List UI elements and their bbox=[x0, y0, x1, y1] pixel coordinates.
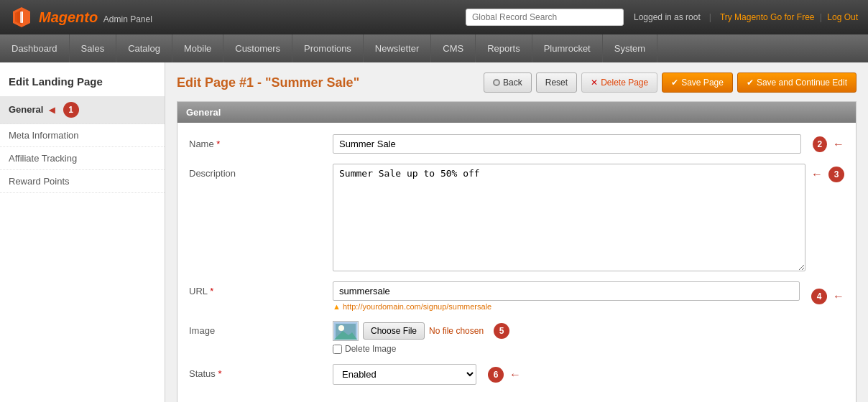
delete-image-checkbox[interactable] bbox=[333, 345, 342, 354]
form-section-header: General bbox=[177, 102, 856, 123]
step-3-arrow: ← bbox=[811, 168, 823, 181]
header-right: Logged in as root | Try Magento Go for F… bbox=[634, 12, 858, 22]
choose-file-button[interactable]: Choose File bbox=[363, 322, 425, 340]
main-nav: Dashboard Sales Catalog Mobile Customers… bbox=[0, 34, 868, 62]
reset-button[interactable]: Reset bbox=[536, 73, 577, 93]
save-check-icon: ✔ bbox=[671, 78, 678, 88]
step-6-arrow: ← bbox=[509, 368, 521, 381]
step-2-badge: 2 bbox=[813, 136, 827, 152]
status-select[interactable]: Enabled Disabled bbox=[333, 364, 476, 385]
nav-plumrocket[interactable]: Plumrocket bbox=[532, 34, 603, 62]
delete-button[interactable]: ✕ Delete Page bbox=[581, 73, 657, 93]
back-radio-icon bbox=[493, 79, 500, 86]
file-name-text: No file chosen bbox=[429, 326, 484, 336]
description-row: Description Summer Sale up to 50% off ← … bbox=[189, 164, 844, 271]
status-row: Status * Enabled Disabled 6 ← bbox=[189, 364, 844, 385]
nav-system[interactable]: System bbox=[603, 34, 657, 62]
delete-image-row: Delete Image bbox=[333, 344, 844, 354]
logged-in-text: Logged in as root bbox=[634, 12, 701, 22]
save-continue-check-icon: ✔ bbox=[747, 78, 754, 88]
description-textarea[interactable]: Summer Sale up to 50% off bbox=[333, 164, 805, 271]
step-4-badge: 4 bbox=[811, 289, 827, 304]
magento-logo-icon bbox=[10, 6, 33, 29]
image-thumbnail bbox=[333, 321, 359, 341]
nav-cms[interactable]: CMS bbox=[431, 34, 476, 62]
name-label: Name * bbox=[189, 134, 333, 149]
name-required: * bbox=[216, 139, 220, 149]
nav-sales[interactable]: Sales bbox=[70, 34, 117, 62]
back-button[interactable]: Back bbox=[484, 73, 532, 93]
logout-link[interactable]: Log Out bbox=[827, 12, 858, 22]
step-3-badge: 3 bbox=[828, 167, 844, 182]
step-1-badge: 1 bbox=[63, 102, 79, 118]
save-button[interactable]: ✔ Save Page bbox=[662, 73, 733, 93]
image-field: Choose File No file chosen 5 Delete Imag… bbox=[333, 321, 844, 354]
name-input[interactable] bbox=[333, 134, 801, 154]
general-form-section: General Name * 2 ← bbox=[177, 101, 857, 402]
logo-subtitle: Admin Panel bbox=[103, 14, 152, 24]
sidebar-title: Edit Landing Page bbox=[0, 70, 165, 96]
nav-customers[interactable]: Customers bbox=[223, 34, 292, 62]
image-upload-row: Choose File No file chosen 5 bbox=[333, 321, 844, 341]
name-field: 2 ← bbox=[333, 134, 844, 154]
nav-reports[interactable]: Reports bbox=[476, 34, 532, 62]
url-row: URL * ▲ http://yourdomain.com/signup/sum… bbox=[189, 281, 844, 311]
global-search-input[interactable] bbox=[466, 9, 624, 26]
svg-point-7 bbox=[338, 325, 344, 331]
sidebar-label-tracking: Affiliate Tracking bbox=[9, 153, 77, 164]
form-content: Name * 2 ← Description bbox=[177, 123, 856, 402]
page-header: Edit Page #1 - "Summer Sale" Back Reset … bbox=[177, 73, 857, 93]
delete-icon: ✕ bbox=[591, 78, 598, 88]
sidebar-item-meta[interactable]: Meta Information bbox=[0, 124, 165, 147]
svg-marker-4 bbox=[17, 11, 22, 24]
image-label: Image bbox=[189, 321, 333, 336]
header-links: Try Magento Go for Free | Log Out bbox=[720, 12, 858, 22]
nav-newsletter[interactable]: Newsletter bbox=[364, 34, 431, 62]
description-field: Summer Sale up to 50% off ← 3 bbox=[333, 164, 844, 271]
status-field: Enabled Disabled 6 ← bbox=[333, 364, 844, 385]
name-row: Name * 2 ← bbox=[189, 134, 844, 154]
sidebar-label-meta: Meta Information bbox=[9, 130, 79, 141]
nav-catalog[interactable]: Catalog bbox=[116, 34, 172, 62]
status-required: * bbox=[218, 368, 221, 379]
url-field: ▲ http://yourdomain.com/signup/summersal… bbox=[333, 281, 844, 311]
nav-mobile[interactable]: Mobile bbox=[172, 34, 223, 62]
step-2-arrow: ← bbox=[833, 138, 844, 151]
url-input[interactable] bbox=[333, 281, 800, 301]
step-5-badge: 5 bbox=[494, 323, 509, 339]
page-title: Edit Page #1 - "Summer Sale" bbox=[177, 75, 359, 90]
logo-area: Magento Admin Panel bbox=[10, 6, 152, 29]
status-label: Status * bbox=[189, 364, 333, 379]
thumbnail-icon bbox=[334, 322, 357, 340]
action-buttons: Back Reset ✕ Delete Page ✔ Save Page ✔ S… bbox=[484, 73, 857, 93]
nav-promotions[interactable]: Promotions bbox=[292, 34, 364, 62]
description-label: Description bbox=[189, 164, 333, 179]
save-continue-button[interactable]: ✔ Save and Continue Edit bbox=[737, 73, 857, 93]
url-label: URL * bbox=[189, 281, 333, 296]
nav-dashboard[interactable]: Dashboard bbox=[0, 34, 70, 62]
sidebar-item-general[interactable]: General ◀ 1 bbox=[0, 96, 165, 124]
try-link[interactable]: Try Magento Go for Free bbox=[720, 12, 815, 22]
sidebar-label-general: General bbox=[9, 104, 43, 115]
step-4-arrow: ← bbox=[833, 290, 844, 303]
url-hint: ▲ http://yourdomain.com/signup/summersal… bbox=[333, 302, 800, 311]
sidebar: Edit Landing Page General ◀ 1 Meta Infor… bbox=[0, 62, 165, 402]
step-6-badge: 6 bbox=[488, 367, 504, 383]
delete-image-label: Delete Image bbox=[345, 344, 396, 354]
url-required: * bbox=[210, 286, 213, 296]
logo-text: Magento bbox=[39, 9, 98, 25]
sidebar-item-rewards[interactable]: Reward Points bbox=[0, 170, 165, 193]
sidebar-label-rewards: Reward Points bbox=[9, 176, 70, 187]
sidebar-item-tracking[interactable]: Affiliate Tracking bbox=[0, 147, 165, 170]
image-row: Image bbox=[189, 321, 844, 354]
main-content: Edit Page #1 - "Summer Sale" Back Reset … bbox=[165, 62, 868, 402]
